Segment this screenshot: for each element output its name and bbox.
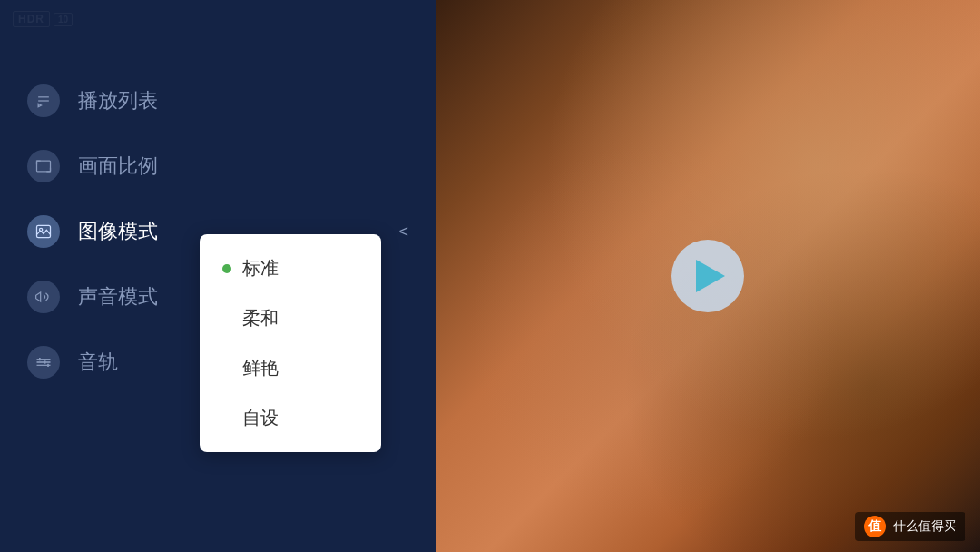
submenu-dot-vivid <box>222 364 231 373</box>
svg-marker-6 <box>36 292 41 301</box>
submenu-item-custom[interactable]: 自设 <box>200 393 381 443</box>
playlist-icon <box>27 84 60 117</box>
submenu-label-vivid: 鲜艳 <box>242 356 279 380</box>
aspect-icon <box>27 150 60 182</box>
watermark-text: 什么值得买 <box>893 518 956 535</box>
submenu-label-soft: 柔和 <box>242 306 279 330</box>
sidebar-item-aspect[interactable]: 画面比例 <box>0 133 436 199</box>
aspect-label: 画面比例 <box>78 153 408 180</box>
sidebar-item-playlist[interactable]: 播放列表 <box>0 68 436 133</box>
picture-icon <box>27 215 60 248</box>
track-icon <box>27 346 60 379</box>
submenu-dot-soft <box>222 314 231 323</box>
submenu-selected-dot <box>222 264 231 273</box>
submenu-label-custom: 自设 <box>242 406 279 430</box>
submenu-label-standard: 标准 <box>242 256 279 281</box>
submenu-item-standard[interactable]: 标准 <box>200 243 381 293</box>
svg-rect-3 <box>37 161 51 172</box>
picture-arrow: < <box>398 222 408 242</box>
picture-submenu: 标准 柔和 鲜艳 自设 <box>200 234 381 452</box>
svg-marker-2 <box>38 104 41 106</box>
play-button[interactable] <box>671 240 744 312</box>
sound-icon <box>27 281 60 313</box>
video-preview <box>436 0 980 552</box>
submenu-dot-custom <box>222 414 231 423</box>
watermark: 值 什么值得买 <box>855 512 965 541</box>
submenu-item-vivid[interactable]: 鲜艳 <box>200 343 381 393</box>
playlist-label: 播放列表 <box>78 87 408 114</box>
watermark-icon: 值 <box>864 516 886 537</box>
submenu-item-soft[interactable]: 柔和 <box>200 293 381 343</box>
